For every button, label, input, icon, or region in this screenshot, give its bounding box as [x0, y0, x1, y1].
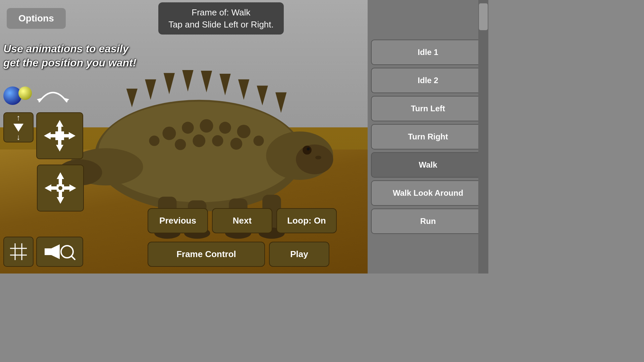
- svg-rect-55: [51, 186, 57, 190]
- svg-marker-8: [238, 79, 249, 100]
- svg-point-32: [237, 125, 251, 138]
- anim-turn-left-button[interactable]: Turn Left: [371, 96, 485, 121]
- svg-marker-56: [69, 184, 76, 192]
- scroll-bar[interactable]: [478, 0, 488, 274]
- svg-point-28: [162, 127, 176, 140]
- svg-marker-9: [257, 86, 268, 106]
- svg-marker-54: [45, 184, 51, 192]
- frame-control-button[interactable]: Frame Control: [148, 242, 265, 267]
- frame-info: Frame of: Walk Tap and Slide Left or Rig…: [158, 2, 284, 35]
- svg-point-38: [149, 135, 159, 146]
- svg-marker-64: [45, 244, 60, 259]
- svg-marker-10: [275, 93, 286, 113]
- frame-line2: Tap and Slide Left or Right.: [168, 18, 274, 31]
- next-button[interactable]: Next: [212, 208, 272, 233]
- arrow-up-icon: ↑: [16, 113, 20, 122]
- svg-rect-51: [59, 179, 62, 184]
- move-button[interactable]: [36, 112, 83, 159]
- scale-vertical-button[interactable]: ↑ ↓: [3, 112, 34, 142]
- instruction-text: Use animations to easily get the positio…: [3, 42, 136, 70]
- svg-marker-41: [56, 120, 63, 127]
- previous-button[interactable]: Previous: [148, 208, 208, 233]
- anim-run-button[interactable]: Run: [371, 208, 485, 234]
- bottom-center-buttons: Frame Control Play: [148, 242, 329, 267]
- svg-marker-2: [126, 88, 138, 107]
- grid-button[interactable]: [3, 237, 34, 267]
- svg-marker-3: [145, 79, 156, 100]
- svg-rect-57: [63, 186, 69, 190]
- bottom-left-controls: [3, 237, 83, 267]
- left-controls: ↑ ↓: [3, 112, 84, 212]
- loop-button[interactable]: Loop: On: [276, 208, 337, 233]
- svg-point-67: [64, 249, 70, 254]
- svg-marker-7: [219, 74, 230, 95]
- svg-point-34: [193, 134, 205, 147]
- svg-marker-6: [201, 71, 212, 92]
- scroll-thumb[interactable]: [479, 3, 488, 30]
- svg-marker-5: [182, 70, 193, 92]
- svg-line-66: [71, 256, 75, 259]
- options-button[interactable]: Options: [7, 8, 66, 29]
- anim-idle1-button[interactable]: Idle 1: [371, 40, 485, 65]
- svg-marker-43: [56, 145, 63, 152]
- arrow-down-icon: ↓: [16, 132, 20, 142]
- svg-marker-47: [69, 132, 75, 139]
- svg-marker-52: [57, 197, 64, 204]
- play-button[interactable]: Play: [269, 242, 329, 267]
- svg-point-30: [200, 119, 213, 133]
- color-indicator: [3, 85, 70, 106]
- zoom-button[interactable]: [36, 237, 83, 267]
- svg-point-12: [296, 144, 333, 174]
- svg-point-36: [230, 138, 243, 150]
- svg-marker-45: [44, 132, 51, 139]
- svg-point-33: [175, 139, 186, 150]
- svg-rect-53: [59, 192, 62, 197]
- svg-point-13: [303, 145, 312, 155]
- svg-point-37: [254, 135, 264, 146]
- svg-point-35: [212, 135, 223, 146]
- svg-point-59: [58, 186, 62, 190]
- rotate-icon: [36, 85, 70, 106]
- svg-rect-49: [55, 131, 64, 140]
- svg-point-29: [182, 122, 194, 134]
- anim-walk-look-around-button[interactable]: Walk Look Around: [371, 180, 485, 206]
- anim-turn-right-button[interactable]: Turn Right: [371, 124, 485, 149]
- yellow-dot: [18, 86, 32, 100]
- svg-marker-4: [164, 73, 175, 94]
- svg-point-14: [307, 147, 310, 150]
- svg-point-31: [219, 122, 231, 134]
- rotate-tilt-button[interactable]: [37, 165, 84, 212]
- instruction-line2: get the position you want!: [3, 56, 136, 70]
- anim-idle2-button[interactable]: Idle 2: [371, 68, 485, 93]
- frame-line1: Frame of: Walk: [168, 6, 274, 18]
- instruction-line1: Use animations to easily: [3, 42, 136, 56]
- svg-marker-50: [57, 172, 64, 179]
- navigation-row: Previous Next Loop: On: [148, 208, 337, 233]
- anim-walk-button[interactable]: Walk: [371, 152, 485, 178]
- right-animation-panel: Idle 1 Idle 2 Turn Left Turn Right Walk …: [368, 0, 488, 274]
- svg-point-15: [315, 156, 321, 159]
